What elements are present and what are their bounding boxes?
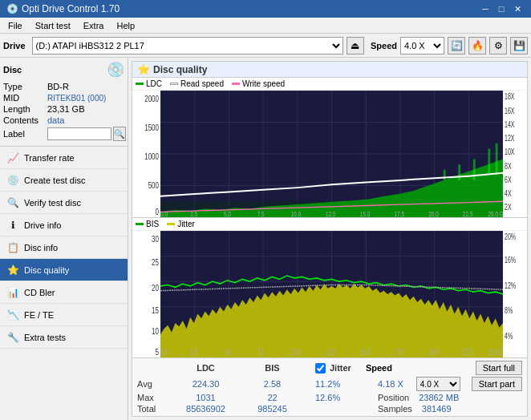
svg-text:8X: 8X bbox=[505, 161, 512, 171]
svg-text:14X: 14X bbox=[505, 120, 515, 130]
save-button[interactable]: 💾 bbox=[510, 37, 528, 55]
sidebar-item-drive-info[interactable]: ℹ Drive info bbox=[0, 214, 128, 236]
sidebar-item-verify-test-disc[interactable]: 🔍 Verify test disc bbox=[0, 192, 128, 214]
drive-select[interactable]: (D:) ATAPI iHBS312 2 PL17 bbox=[32, 37, 343, 55]
svg-text:15.0: 15.0 bbox=[360, 210, 371, 217]
position-value: 23862 MB bbox=[419, 393, 459, 402]
legend-jitter: Jitter bbox=[167, 220, 195, 228]
extra-tests-icon: 🔧 bbox=[6, 331, 19, 344]
ldc-legend-dot bbox=[136, 83, 144, 85]
label-input[interactable] bbox=[47, 127, 111, 140]
menu-file[interactable]: File bbox=[3, 19, 27, 32]
mid-value: RITEKB01 (000) bbox=[47, 94, 106, 103]
start-full-button[interactable]: Start full bbox=[476, 361, 522, 375]
toolbar: Drive (D:) ATAPI iHBS312 2 PL17 ⏏ Speed … bbox=[0, 34, 531, 58]
legend-ldc: LDC bbox=[136, 79, 162, 88]
avg-jitter-value: 11.2% bbox=[315, 379, 363, 389]
sidebar-create-test-disc-label: Create test disc bbox=[24, 176, 85, 185]
drive-label: Drive bbox=[3, 41, 26, 50]
contents-label: Contents bbox=[3, 115, 47, 125]
start-part-button[interactable]: Start part bbox=[472, 377, 522, 391]
type-label: Type bbox=[3, 82, 47, 91]
svg-text:0.0: 0.0 bbox=[160, 348, 168, 357]
sidebar-disc-quality-label: Disc quality bbox=[24, 265, 69, 275]
jitter-col-header: Jitter bbox=[330, 363, 351, 373]
svg-text:25.0 GB: 25.0 GB bbox=[488, 348, 503, 357]
svg-text:30: 30 bbox=[152, 234, 159, 244]
svg-text:0: 0 bbox=[156, 207, 160, 217]
main-area: Disc 💿 Type BD-R MID RITEKB01 (000) Leng… bbox=[0, 58, 531, 420]
sidebar-verify-test-disc-label: Verify test disc bbox=[24, 198, 81, 208]
svg-text:12%: 12% bbox=[505, 281, 516, 291]
svg-text:2.5: 2.5 bbox=[190, 348, 197, 357]
total-label: Total bbox=[137, 404, 169, 414]
minimize-button[interactable]: ─ bbox=[478, 2, 492, 16]
total-bis-value: 985245 bbox=[242, 404, 302, 414]
close-button[interactable]: ✕ bbox=[510, 2, 525, 16]
mid-label: MID bbox=[3, 93, 47, 103]
sidebar: Disc 💿 Type BD-R MID RITEKB01 (000) Leng… bbox=[0, 58, 128, 420]
speed-select[interactable]: 4.0 X 1.0 X 2.0 X 6.0 X 8.0 X bbox=[400, 37, 444, 55]
menubar: File Start test Extra Help bbox=[0, 18, 531, 34]
fe-te-icon: 📉 bbox=[6, 309, 19, 321]
sidebar-item-transfer-rate[interactable]: 📈 Transfer rate bbox=[0, 147, 128, 169]
svg-text:17.5: 17.5 bbox=[394, 348, 404, 357]
drive-info-icon: ℹ bbox=[6, 219, 19, 232]
sidebar-item-extra-tests[interactable]: 🔧 Extra tests bbox=[0, 326, 128, 349]
stats-avg-row: Avg 224.30 2.58 11.2% 4.18 X 4.0 X Start… bbox=[137, 377, 522, 391]
position-label: Position bbox=[378, 393, 409, 402]
svg-text:12.5: 12.5 bbox=[326, 348, 336, 357]
titlebar-title: 💿 Opti Drive Control 1.70 bbox=[6, 3, 120, 14]
svg-text:25.0 GB: 25.0 GB bbox=[488, 210, 503, 217]
svg-text:18X: 18X bbox=[505, 92, 515, 102]
jitter-checkbox[interactable] bbox=[315, 363, 326, 374]
svg-text:20.0: 20.0 bbox=[428, 210, 439, 217]
svg-text:10.0: 10.0 bbox=[290, 348, 301, 357]
max-bis-value: 22 bbox=[242, 393, 302, 402]
sidebar-disc-info-label: Disc info bbox=[24, 243, 58, 252]
menu-extra[interactable]: Extra bbox=[79, 19, 109, 32]
jitter-legend-dot bbox=[167, 223, 175, 225]
type-value: BD-R bbox=[47, 82, 69, 91]
label-icon-btn[interactable]: 🔍 bbox=[113, 127, 126, 141]
sidebar-item-disc-info[interactable]: 📋 Disc info bbox=[0, 236, 128, 259]
svg-text:15.0: 15.0 bbox=[360, 348, 371, 357]
svg-text:5.0: 5.0 bbox=[224, 210, 231, 217]
svg-rect-27 bbox=[488, 148, 490, 175]
svg-text:12.5: 12.5 bbox=[326, 210, 336, 217]
upper-legend: LDC Read speed Write speed bbox=[132, 78, 527, 91]
stats-total-row: Total 85636902 985245 Samples 381469 bbox=[137, 404, 522, 414]
burn-button[interactable]: 🔥 bbox=[468, 37, 486, 55]
svg-text:1000: 1000 bbox=[144, 151, 159, 162]
sidebar-item-cd-bler[interactable]: 📊 CD Bler bbox=[0, 281, 128, 304]
svg-text:10: 10 bbox=[152, 326, 159, 337]
bis-legend-dot bbox=[136, 223, 144, 225]
svg-text:16%: 16% bbox=[505, 256, 516, 265]
settings-button[interactable]: ⚙ bbox=[489, 37, 507, 55]
stats-panel: LDC BIS Jitter Speed Start full Avg 224.… bbox=[132, 357, 527, 416]
sidebar-item-fe-te[interactable]: 📉 FE / TE bbox=[0, 304, 128, 326]
svg-rect-26 bbox=[473, 160, 476, 180]
sidebar-item-create-test-disc[interactable]: 💿 Create test disc bbox=[0, 169, 128, 192]
menu-help[interactable]: Help bbox=[111, 19, 140, 32]
disc-mid-row: MID RITEKB01 (000) bbox=[3, 93, 124, 103]
disc-panel-icon: 💿 bbox=[107, 61, 124, 79]
refresh-button[interactable]: 🔄 bbox=[448, 37, 465, 55]
sidebar-cd-bler-label: CD Bler bbox=[24, 288, 55, 297]
avg-label: Avg bbox=[137, 379, 169, 389]
eject-button[interactable]: ⏏ bbox=[347, 37, 364, 55]
sidebar-item-disc-quality[interactable]: ⭐ Disc quality bbox=[0, 259, 128, 281]
write-speed-legend-dot bbox=[232, 83, 240, 85]
speed-output-select[interactable]: 4.0 X bbox=[416, 377, 460, 391]
disc-quality-icon: ⭐ bbox=[6, 264, 19, 277]
app-title: Opti Drive Control 1.70 bbox=[22, 3, 120, 14]
stats-header-row: LDC BIS Jitter Speed Start full bbox=[137, 361, 522, 375]
maximize-button[interactable]: □ bbox=[494, 2, 509, 16]
lower-legend: BIS Jitter bbox=[132, 218, 527, 231]
svg-rect-24 bbox=[444, 170, 446, 180]
label-label: Label bbox=[3, 129, 47, 139]
avg-ldc-value: 224.30 bbox=[176, 379, 236, 389]
menu-start-test[interactable]: Start test bbox=[30, 19, 75, 32]
verify-test-disc-icon: 🔍 bbox=[6, 196, 19, 209]
svg-text:7.5: 7.5 bbox=[257, 348, 265, 357]
